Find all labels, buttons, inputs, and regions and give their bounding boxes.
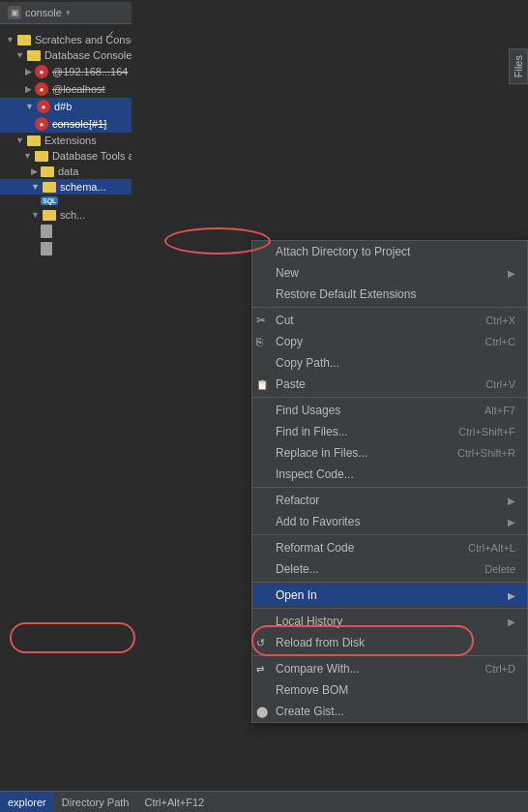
file-tree: ▣ console ▾ ✓ ▼ Scratches and Consoles ▼… [0, 0, 132, 812]
menu-item-label: Restore Default Extensions [276, 287, 416, 301]
tree-node-extensions[interactable]: ▼ Extensions [0, 133, 132, 148]
menu-item-delete[interactable]: Delete... Delete [252, 558, 527, 580]
tree-node-db3[interactable]: ▼ ● d#b [0, 98, 132, 115]
tree-node-file2[interactable] [0, 240, 132, 257]
menu-item-label: Find in Files... [276, 425, 348, 438]
github-icon: ⬤ [256, 706, 268, 718]
tree-node-data[interactable]: ▶ data [0, 164, 132, 179]
menu-separator [252, 487, 527, 488]
menu-item-refactor[interactable]: Refactor ▶ [252, 490, 527, 511]
tree-node-db-consoles[interactable]: ▼ Database Consoles [0, 47, 132, 63]
arrow-icon: ▼ [23, 151, 32, 161]
menu-item-add-favorites[interactable]: Add to Favorites ▶ [252, 511, 527, 532]
menu-item-label: Add to Favorites [276, 515, 360, 528]
dropdown-arrow: ▾ [66, 8, 71, 17]
menu-separator [252, 582, 527, 583]
menu-item-copy[interactable]: ⎘ Copy Ctrl+C [252, 331, 527, 352]
submenu-arrow-icon: ▶ [508, 517, 515, 527]
arrow-icon: ▶ [25, 84, 32, 94]
menu-item-label: Compare With... [276, 662, 360, 676]
file-icon [41, 242, 52, 256]
status-explorer[interactable]: explorer [0, 792, 54, 812]
arrow-icon: ▶ [31, 166, 38, 176]
sql-badge: SQL [41, 196, 58, 205]
files-tab[interactable]: Files [509, 48, 528, 84]
menu-item-inspect[interactable]: Inspect Code... [252, 464, 527, 485]
folder-icon [43, 182, 56, 193]
arrow-icon: ▶ [25, 67, 32, 76]
menu-item-label: Remove BOM [276, 683, 348, 697]
menu-item-label: Reformat Code [276, 541, 354, 555]
menu-item-remove-bom[interactable]: Remove BOM [252, 679, 527, 701]
menu-item-find-files[interactable]: Find in Files... Ctrl+Shift+F [252, 421, 527, 442]
folder-icon [17, 35, 31, 45]
tree-node-db1[interactable]: ▶ ● @192.168...164 [0, 63, 132, 80]
node-label: Extensions [44, 135, 97, 146]
menu-item-cut[interactable]: ✂ Cut Ctrl+X [252, 310, 527, 331]
menu-separator [252, 534, 527, 535]
status-dir-label: Directory Path [62, 797, 130, 808]
menu-item-label: Copy [276, 335, 303, 348]
node-label: Scratches and Consoles [35, 34, 132, 45]
shortcut-label: Delete [484, 563, 515, 575]
submenu-arrow-icon: ▶ [508, 590, 515, 601]
menu-item-open-in[interactable]: Open In ▶ [252, 585, 527, 606]
menu-item-find-usages[interactable]: Find Usages Alt+F7 [252, 400, 527, 421]
menu-item-restore[interactable]: Restore Default Extensions [252, 284, 527, 305]
check-icon: ✓ [104, 27, 116, 43]
menu-item-label: Attach Directory to Project [276, 245, 410, 258]
menu-item-replace-files[interactable]: Replace in Files... Ctrl+Shift+R [252, 442, 527, 464]
node-label: @localhost [52, 83, 105, 95]
tree-node-schema1[interactable]: ▼ schema... [0, 179, 132, 195]
folder-icon [27, 50, 41, 61]
menu-item-attach-dir[interactable]: Attach Directory to Project [252, 241, 527, 262]
paste-icon: 📋 [256, 379, 268, 390]
arrow-icon: ▼ [15, 50, 24, 60]
submenu-arrow-icon: ▶ [508, 268, 515, 279]
node-label: @192.168...164 [52, 66, 128, 77]
menu-item-label: Inspect Code... [276, 467, 354, 481]
tree-node-schema2[interactable]: ▼ sch... [0, 207, 132, 223]
node-label: data [58, 165, 78, 177]
console-icon: ▣ [8, 6, 21, 19]
db-icon: ● [35, 82, 48, 96]
shortcut-label: Ctrl+Shift+R [457, 447, 515, 459]
shortcut-label: Ctrl+Shift+F [458, 426, 515, 437]
submenu-arrow-icon: ▶ [508, 617, 515, 627]
tree-node-db2[interactable]: ▶ ● @localhost [0, 80, 132, 98]
node-label: schema... [60, 181, 106, 193]
console-tab[interactable]: ▣ console ▾ [0, 2, 132, 24]
menu-item-new[interactable]: New ▶ [252, 262, 527, 284]
shortcut-label: Ctrl+V [485, 378, 515, 390]
status-shortcut-label: Ctrl+Alt+F12 [144, 797, 204, 808]
arrow-icon: ▼ [15, 135, 24, 145]
tree-node-sql[interactable]: SQL [0, 195, 132, 207]
menu-item-label: New [276, 266, 299, 280]
reload-icon: ↺ [256, 637, 265, 649]
arrow-icon: ▼ [31, 210, 40, 220]
menu-item-reformat[interactable]: Reformat Code Ctrl+Alt+L [252, 537, 527, 558]
submenu-arrow-icon: ▶ [508, 496, 515, 506]
shortcut-label: Ctrl+Alt+L [468, 542, 515, 554]
db-icon: ● [35, 117, 48, 131]
menu-item-compare[interactable]: ⇄ Compare With... Ctrl+D [252, 658, 527, 679]
menu-item-copy-path[interactable]: Copy Path... [252, 352, 527, 374]
node-label: Database Consoles [44, 49, 132, 61]
menu-item-local-history[interactable]: Local History ▶ [252, 611, 527, 632]
context-menu: Attach Directory to Project New ▶ Restor… [251, 240, 528, 723]
menu-item-reload[interactable]: ↺ Reload from Disk [252, 632, 527, 653]
console-tab-label: console [25, 7, 62, 18]
menu-item-paste[interactable]: 📋 Paste Ctrl+V [252, 374, 527, 395]
menu-item-label: Cut [276, 314, 294, 327]
shortcut-label: Ctrl+D [485, 663, 515, 675]
shortcut-label: Ctrl+X [485, 315, 515, 326]
menu-item-label: Delete... [276, 562, 319, 576]
menu-item-create-gist[interactable]: ⬤ Create Gist... [252, 701, 527, 722]
menu-item-label: Local History [276, 615, 342, 628]
arrow-icon: ▼ [31, 182, 40, 192]
menu-separator [252, 655, 527, 656]
tree-node-file1[interactable] [0, 223, 132, 240]
tree-node-console1[interactable]: ● console[#1] [0, 115, 132, 133]
arrow-icon: ▼ [6, 35, 15, 45]
tree-node-db-tools[interactable]: ▼ Database Tools and SQL [0, 148, 132, 164]
